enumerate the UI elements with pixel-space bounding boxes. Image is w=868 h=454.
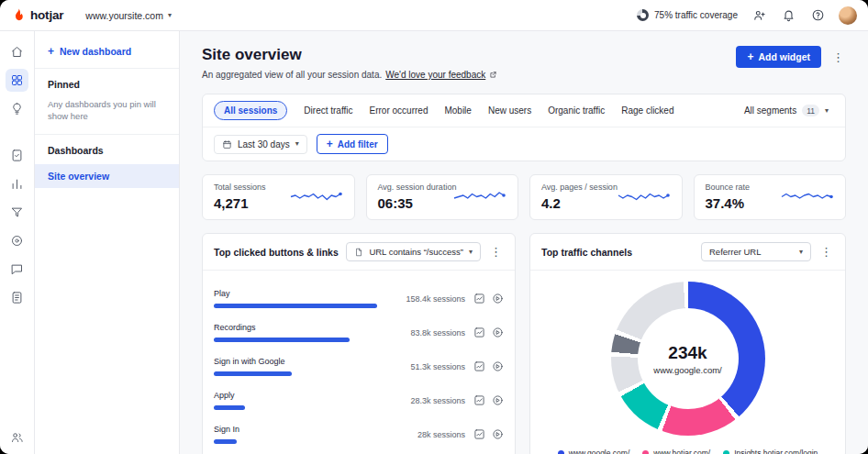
view-trend-button[interactable]: [473, 360, 485, 372]
top-clicked-widget: Top clicked buttons & links URL contains…: [202, 233, 516, 454]
invite-user-button[interactable]: [751, 7, 767, 24]
dashboards-section: Dashboards Site overview: [35, 134, 179, 188]
segments-count-badge: 11: [802, 105, 819, 116]
plus-icon: +: [747, 51, 753, 62]
rail-item-funnels[interactable]: [6, 201, 28, 224]
clicked-bar: [214, 405, 245, 410]
flame-icon: [11, 7, 27, 23]
add-filter-button[interactable]: + Add filter: [317, 134, 388, 154]
page-kebab-menu[interactable]: ⋮: [830, 51, 846, 63]
users-icon: [10, 430, 24, 444]
trend-chart-icon: [473, 327, 485, 338]
page-subtitle: An aggregated view of all your session d…: [202, 70, 497, 80]
rail-item-dashboards[interactable]: [6, 69, 28, 92]
donut-center: 234k www.google.com/: [611, 282, 765, 436]
clicked-list: Play 158.4k sessions Recording: [203, 271, 515, 444]
hotjar-logo: hotjar: [11, 7, 63, 23]
rail-item-interviews[interactable]: [6, 426, 28, 448]
chevron-down-icon: ▾: [825, 107, 829, 115]
sidebar-item-site-overview[interactable]: Site overview: [35, 164, 179, 188]
clicked-bar: [214, 439, 237, 444]
play-recordings-button[interactable]: [492, 360, 504, 372]
segment-chip-new-users[interactable]: New users: [488, 105, 531, 116]
segment-chip-all-sessions[interactable]: All sessions: [214, 101, 287, 120]
help-button[interactable]: [809, 7, 826, 24]
app-body: + New dashboard Pinned Any dashboards yo…: [0, 31, 868, 454]
add-widget-button[interactable]: + Add widget: [736, 46, 821, 68]
play-recordings-button[interactable]: [492, 293, 504, 305]
legend-item-hotjar: www.hotjar.com/: [642, 448, 710, 454]
brand-name: hotjar: [30, 8, 63, 22]
all-segments-dropdown[interactable]: All segments 11 ▾: [744, 105, 834, 116]
clicked-bar: [214, 338, 350, 342]
question-icon: [811, 8, 825, 22]
rail-item-metrics[interactable]: [6, 172, 28, 195]
view-trend-button[interactable]: [473, 428, 485, 440]
sessions-count: 51.3k sessions: [410, 362, 465, 371]
play-icon: [492, 428, 504, 440]
sparkline-chart: [616, 187, 673, 207]
rail-item-ideas[interactable]: [6, 97, 28, 120]
sparkline-chart: [779, 187, 836, 207]
clicked-label: Apply: [214, 391, 399, 400]
widget-title: Top traffic channels: [541, 247, 632, 258]
rail-item-messages[interactable]: [6, 258, 28, 281]
page-header-text: Site overview An aggregated view of all …: [202, 46, 497, 80]
filters-row: Last 30 days ▾ + Add filter: [203, 127, 845, 161]
play-icon: [492, 360, 504, 372]
target-icon: [10, 234, 24, 248]
date-range-picker[interactable]: Last 30 days ▾: [214, 135, 307, 154]
all-segments-label: All segments: [744, 105, 796, 116]
legend-dot: [558, 450, 564, 454]
segment-chip-rage-clicked[interactable]: Rage clicked: [621, 105, 673, 116]
user-avatar[interactable]: [839, 6, 857, 25]
play-recordings-button[interactable]: [492, 327, 504, 338]
chevron-down-icon: ▾: [799, 249, 803, 256]
new-dashboard-button[interactable]: + New dashboard: [35, 39, 179, 68]
segments-row: All sessions Direct traffic Error occurr…: [203, 94, 845, 127]
date-range-value: Last 30 days: [238, 139, 290, 149]
rail-item-surveys[interactable]: [6, 286, 28, 309]
play-recordings-button[interactable]: [492, 394, 504, 406]
external-link-icon: [489, 71, 497, 79]
site-selector[interactable]: www.yoursite.com ▾: [85, 10, 172, 21]
site-selector-value: www.yoursite.com: [85, 10, 163, 21]
chevron-down-icon: ▾: [168, 12, 172, 19]
legend-label: Insights.hotjar.com/login: [734, 448, 818, 454]
rail-item-recordings[interactable]: [6, 229, 28, 252]
bell-icon: [782, 8, 796, 22]
view-trend-button[interactable]: [473, 327, 485, 338]
metric-card-avg-session-duration: Avg. session duration 06:35: [366, 174, 519, 220]
funnel-icon: [10, 205, 24, 219]
chat-icon: [10, 262, 24, 276]
notifications-button[interactable]: [780, 7, 796, 24]
trend-chart-icon: [473, 293, 485, 305]
dashboards-heading: Dashboards: [48, 145, 166, 156]
legend-item-google: www.google.com/: [558, 448, 630, 454]
add-widget-label: Add widget: [758, 51, 810, 62]
url-filter-select[interactable]: URL contains “/success” ▾: [346, 242, 481, 261]
metric-card-bounce-rate: Bounce rate 37.4%: [694, 174, 847, 220]
rail-item-home[interactable]: [6, 40, 28, 63]
pinned-section: Pinned Any dashboards you pin will show …: [35, 68, 179, 134]
widget-kebab-menu[interactable]: ⋮: [488, 246, 504, 258]
segment-chip-direct-traffic[interactable]: Direct traffic: [304, 105, 352, 116]
rail-item-feedback[interactable]: [6, 144, 28, 167]
segment-chip-organic-traffic[interactable]: Organic traffic: [548, 105, 605, 116]
topbar-actions: 75% traffic coverage: [637, 6, 857, 25]
page-title: Site overview: [202, 46, 497, 64]
feedback-link[interactable]: We'd love your feedback: [385, 70, 485, 80]
play-recordings-button[interactable]: [492, 428, 504, 440]
segment-chip-mobile[interactable]: Mobile: [444, 105, 471, 116]
plus-icon: +: [48, 46, 54, 57]
traffic-channels-widget: Top traffic channels Referrer URL ▾ ⋮ 23…: [529, 233, 846, 454]
widget-kebab-menu[interactable]: ⋮: [818, 246, 834, 258]
clicked-row-apply: Apply 28.3k sessions: [214, 391, 504, 410]
segment-chip-error-occurred[interactable]: Error occurred: [370, 105, 428, 116]
view-trend-button[interactable]: [473, 293, 485, 305]
pinned-empty-text: Any dashboards you pin will show here: [48, 98, 166, 123]
view-trend-button[interactable]: [473, 394, 485, 406]
legend-item-insights: Insights.hotjar.com/login: [723, 448, 818, 454]
referrer-select[interactable]: Referrer URL ▾: [701, 242, 811, 261]
widget-header: Top clicked buttons & links URL contains…: [203, 234, 515, 271]
